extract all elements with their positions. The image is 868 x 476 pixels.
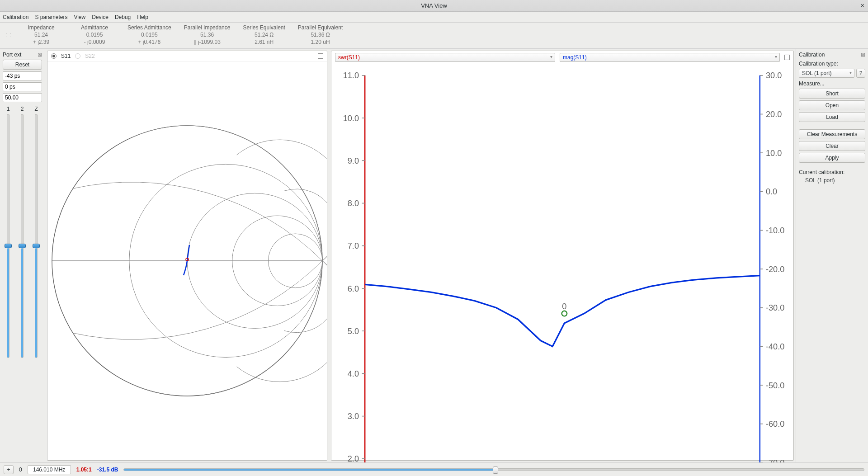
- slider-1[interactable]: [7, 114, 9, 358]
- slider-label-2: 2: [21, 106, 24, 112]
- calibration-title: Calibration: [799, 52, 825, 58]
- radio-s22: [75, 53, 80, 59]
- current-cal-label: Current calibration:: [799, 169, 865, 175]
- radio-s22-label: S22: [85, 53, 94, 59]
- svg-text:0: 0: [562, 302, 566, 311]
- svg-text:-50.0: -50.0: [766, 381, 784, 390]
- svg-text:7.0: 7.0: [348, 241, 359, 250]
- combo-swr[interactable]: swr(S11): [335, 53, 555, 62]
- svg-text:-70.0: -70.0: [766, 458, 784, 462]
- port-ext-panel: Port ext ⊠ Reset 1 2 Z: [0, 49, 45, 462]
- clear-button[interactable]: Clear: [799, 141, 865, 151]
- measure-label: Measure...: [799, 80, 865, 87]
- info-series-admittance: Series Admittance 0.0195 + j0.4176: [127, 24, 171, 46]
- cal-help-button[interactable]: ?: [856, 69, 865, 78]
- radio-s11[interactable]: [51, 53, 57, 59]
- svg-point-78: [562, 311, 567, 316]
- slider-z[interactable]: [35, 114, 38, 358]
- svg-text:8.0: 8.0: [348, 199, 359, 208]
- svg-text:2.0: 2.0: [348, 455, 359, 462]
- radio-s11-label: S11: [61, 53, 71, 59]
- port-ext-input-2[interactable]: [3, 82, 42, 91]
- svg-text:30.0: 30.0: [766, 71, 782, 80]
- xy-plot-panel: swr(S11) mag(S11) 1.02.03.04.05.06.07.08…: [331, 51, 794, 461]
- menu-debug[interactable]: Debug: [115, 14, 131, 20]
- xy-plot[interactable]: 1.02.03.04.05.06.07.08.09.010.011.030.02…: [331, 64, 793, 462]
- maximize-icon[interactable]: [318, 53, 323, 59]
- svg-text:-60.0: -60.0: [766, 419, 784, 429]
- slider-label-z: Z: [35, 106, 38, 112]
- frequency-slider[interactable]: [123, 468, 864, 471]
- svg-text:11.0: 11.0: [343, 71, 359, 80]
- svg-text:10.0: 10.0: [343, 114, 359, 123]
- smith-chart-panel: S11 S22: [47, 51, 327, 461]
- menu-help[interactable]: Help: [137, 14, 148, 20]
- port-ext-input-1[interactable]: [3, 71, 42, 80]
- mag-readout: -31.5 dB: [97, 467, 118, 473]
- current-cal-value: SOL (1 port): [799, 177, 865, 184]
- maximize-icon[interactable]: [784, 55, 790, 60]
- svg-text:4.0: 4.0: [348, 369, 359, 378]
- titlebar: VNA View ×: [0, 0, 868, 12]
- svg-text:-40.0: -40.0: [766, 342, 784, 351]
- info-series-equivalent: Series Equivalent 51.24 Ω 2.61 nH: [243, 24, 285, 46]
- svg-text:-20.0: -20.0: [766, 265, 784, 274]
- dock-close-icon[interactable]: ⊠: [38, 52, 42, 58]
- dock-close-icon[interactable]: ⊠: [861, 52, 865, 58]
- svg-text:10.0: 10.0: [766, 149, 782, 158]
- cal-type-combo[interactable]: SOL (1 port): [799, 69, 854, 78]
- svg-text:9.0: 9.0: [348, 156, 359, 165]
- short-button[interactable]: Short: [799, 89, 865, 99]
- reset-button[interactable]: Reset: [3, 60, 42, 70]
- svg-text:6.0: 6.0: [348, 284, 359, 293]
- bottom-bar: + 0 146.010 MHz 1.05:1 -31.5 dB: [0, 462, 868, 476]
- marker-index: 0: [19, 467, 22, 473]
- slider-2[interactable]: [21, 114, 24, 358]
- info-impedance: Impedance 51.24 + j2.39: [21, 24, 61, 46]
- close-icon[interactable]: ×: [861, 2, 864, 9]
- info-bar: ⋮⋮ Impedance 51.24 + j2.39 Admittance 0.…: [0, 23, 868, 49]
- load-button[interactable]: Load: [799, 112, 865, 122]
- open-button[interactable]: Open: [799, 100, 865, 110]
- svg-text:-30.0: -30.0: [766, 304, 784, 313]
- svg-text:-10.0: -10.0: [766, 226, 784, 235]
- svg-text:0.0: 0.0: [766, 188, 777, 197]
- info-parallel-equivalent: Parallel Equivalent 51.36 Ω 1.20 uH: [298, 24, 343, 46]
- dock-handle-icon[interactable]: ⋮⋮: [5, 24, 8, 46]
- frequency-display[interactable]: 146.010 MHz: [28, 465, 71, 474]
- info-parallel-impedance: Parallel Impedance 51.36 || j-1099.03: [184, 24, 231, 46]
- svg-text:5.0: 5.0: [348, 327, 359, 336]
- clear-measurements-button[interactable]: Clear Measurements: [799, 129, 865, 139]
- menu-view[interactable]: View: [74, 14, 85, 20]
- smith-chart[interactable]: [47, 61, 327, 460]
- apply-button[interactable]: Apply: [799, 153, 865, 163]
- menu-device[interactable]: Device: [92, 14, 108, 20]
- combo-mag[interactable]: mag(S11): [560, 53, 780, 62]
- calibration-panel: Calibration ⊠ Calibration type: SOL (1 p…: [796, 49, 868, 462]
- port-ext-input-3[interactable]: [3, 93, 42, 102]
- slider-label-1: 1: [7, 106, 10, 112]
- menu-calibration[interactable]: Calibration: [3, 14, 28, 20]
- svg-text:20.0: 20.0: [766, 110, 782, 119]
- info-admittance: Admittance 0.0195 - j0.0009: [74, 24, 115, 46]
- swr-readout: 1.05:1: [76, 467, 92, 473]
- menu-sparams[interactable]: S parameters: [35, 14, 67, 20]
- menubar: Calibration S parameters View Device Deb…: [0, 12, 868, 23]
- window-title: VNA View: [421, 2, 447, 9]
- cal-type-label: Calibration type:: [799, 61, 865, 67]
- svg-text:3.0: 3.0: [348, 412, 359, 421]
- port-ext-title: Port ext: [3, 52, 21, 58]
- add-marker-button[interactable]: +: [4, 465, 14, 474]
